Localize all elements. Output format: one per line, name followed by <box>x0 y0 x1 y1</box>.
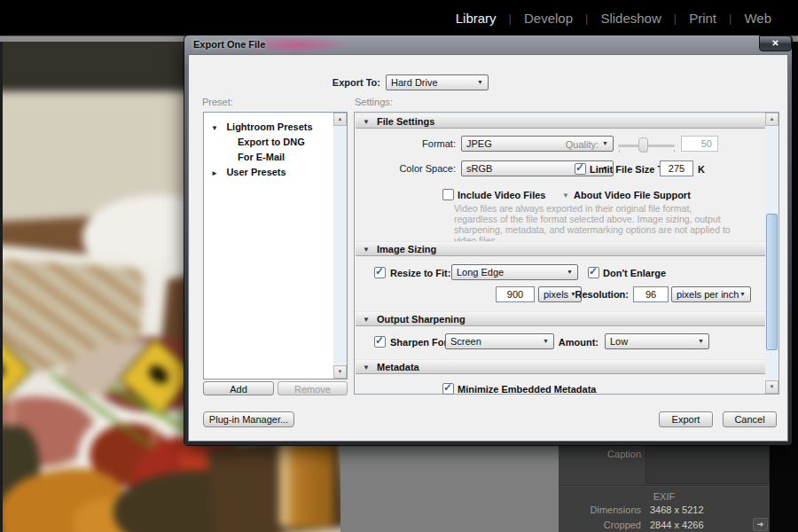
remove-preset-button: Remove <box>278 381 348 395</box>
quality-value-field: 50 <box>681 136 718 152</box>
about-video-label[interactable]: About Video File Support <box>574 190 691 200</box>
quality-label: Quality: <box>536 139 598 150</box>
slider-tick <box>619 150 620 153</box>
cropped-label: Cropped <box>576 520 641 530</box>
module-slideshow[interactable]: Slideshow <box>600 11 661 26</box>
scroll-down-icon[interactable]: ▼ <box>333 365 347 379</box>
minimize-metadata-label: Minimize Embedded Metadata <box>458 384 596 395</box>
preset-tree-item[interactable]: ▼ Lightroom Presets <box>211 118 326 130</box>
menu-separator: | <box>674 12 677 25</box>
size-value-field[interactable]: 900 <box>496 286 535 302</box>
dialog-content: Export To: Hard Drive Preset: ▼ Lightroo… <box>188 54 788 442</box>
limit-file-size-field[interactable]: 275 <box>660 160 693 176</box>
color-space-label: Color Space: <box>367 163 456 174</box>
amount-label: Amount: <box>554 337 598 348</box>
module-web[interactable]: Web <box>744 11 771 26</box>
sharpen-for-dropdown[interactable]: Screen <box>445 333 554 349</box>
section-expanded-icon: ▼ <box>363 246 370 254</box>
preset-scrollbar[interactable] <box>333 113 347 379</box>
preset-tree-item[interactable]: ► User Presets <box>211 163 326 176</box>
menu-separator: | <box>509 12 512 25</box>
module-develop[interactable]: Develop <box>524 11 573 26</box>
settings-scrollbar-thumb[interactable] <box>766 214 778 350</box>
format-label: Format: <box>381 138 456 149</box>
settings-panel: ▼ File Settings Format: JPEG Quality: 50… <box>354 112 779 395</box>
scroll-down-icon[interactable]: ▼ <box>765 380 778 394</box>
include-video-checkbox[interactable] <box>442 189 454 200</box>
preset-tree-item[interactable]: For E-Mail <box>238 148 344 160</box>
resolution-field[interactable]: 96 <box>633 286 669 302</box>
dimensions-value: 3468 x 5212 <box>650 505 704 515</box>
scroll-up-icon[interactable]: ▲ <box>333 113 347 126</box>
output-sharpening-header[interactable]: ▼ Output Sharpening <box>356 311 765 326</box>
photo-left-edge <box>0 42 3 532</box>
video-note-text: Video files are always exported in their… <box>454 203 736 246</box>
amount-dropdown[interactable]: Low <box>605 333 709 349</box>
scroll-up-icon[interactable]: ▲ <box>765 113 778 126</box>
resize-to-fit-label: Resize to Fit: <box>390 268 450 278</box>
caption-label: Caption <box>567 449 641 459</box>
export-button[interactable]: Export <box>659 411 713 427</box>
preset-listbox: ▼ Lightroom Presets Export to DNG For E-… <box>203 112 348 379</box>
settings-label: Settings: <box>355 97 393 107</box>
export-to-label: Export To: <box>292 77 380 88</box>
resize-to-fit-dropdown[interactable]: Long Edge <box>451 264 578 280</box>
module-print[interactable]: Print <box>689 11 716 26</box>
slider-tick <box>646 150 647 153</box>
preset-tree-item[interactable]: Export to DNG <box>238 133 344 145</box>
include-video-label: Include Video Files <box>458 190 545 200</box>
file-settings-header[interactable]: ▼ File Settings <box>356 113 765 129</box>
limit-unit-label: K <box>698 164 705 175</box>
sharpen-for-checkbox[interactable] <box>374 336 386 348</box>
resize-to-fit-checkbox[interactable] <box>374 267 386 278</box>
menu-separator: | <box>585 12 588 25</box>
about-video-expander-icon[interactable]: ▼ <box>562 192 569 200</box>
add-preset-button[interactable]: Add <box>203 381 274 395</box>
export-dialog: Export One File ✕ Export To: Hard Drive … <box>184 35 792 445</box>
expander-icon[interactable]: ► <box>211 169 218 177</box>
limit-file-size-checkbox[interactable] <box>575 163 586 175</box>
module-library[interactable]: Library <box>456 11 497 26</box>
lightroom-app: Library | Develop | Slideshow | Print | … <box>0 0 798 532</box>
section-expanded-icon: ▼ <box>363 364 370 372</box>
slider-tick <box>674 150 675 153</box>
dimensions-label: Dimensions <box>576 505 641 515</box>
cancel-button[interactable]: Cancel <box>723 411 777 427</box>
resolution-label: Resolution: <box>572 289 629 300</box>
exif-header: EXIF <box>559 491 770 502</box>
section-expanded-icon: ▼ <box>363 118 370 126</box>
cropped-value: 2844 x 4266 <box>650 520 704 530</box>
dialog-title: Export One File <box>193 39 265 50</box>
goto-cropped-button[interactable]: ➜ <box>753 518 768 531</box>
plugin-manager-button[interactable]: Plug-in Manager... <box>203 411 294 427</box>
image-sizing-header[interactable]: ▼ Image Sizing <box>356 241 765 256</box>
dont-enlarge-checkbox[interactable] <box>588 267 599 278</box>
close-icon[interactable]: ✕ <box>759 35 792 51</box>
minimize-metadata-checkbox[interactable] <box>442 383 454 395</box>
expander-icon[interactable]: ▼ <box>211 124 218 132</box>
metadata-header[interactable]: ▼ Metadata <box>356 359 765 374</box>
export-to-dropdown[interactable]: Hard Drive <box>386 74 489 90</box>
panel-divider <box>559 485 770 487</box>
preset-label: Preset: <box>202 97 233 107</box>
module-picker: Library | Develop | Slideshow | Print | … <box>0 0 798 35</box>
caption-field[interactable] <box>645 443 770 484</box>
sharpen-for-label: Sharpen For: <box>390 337 450 348</box>
resolution-unit-dropdown[interactable]: pixels per inch <box>671 286 751 302</box>
menu-separator: | <box>729 12 732 25</box>
section-expanded-icon: ▼ <box>363 316 370 324</box>
dont-enlarge-label: Don't Enlarge <box>603 268 666 278</box>
